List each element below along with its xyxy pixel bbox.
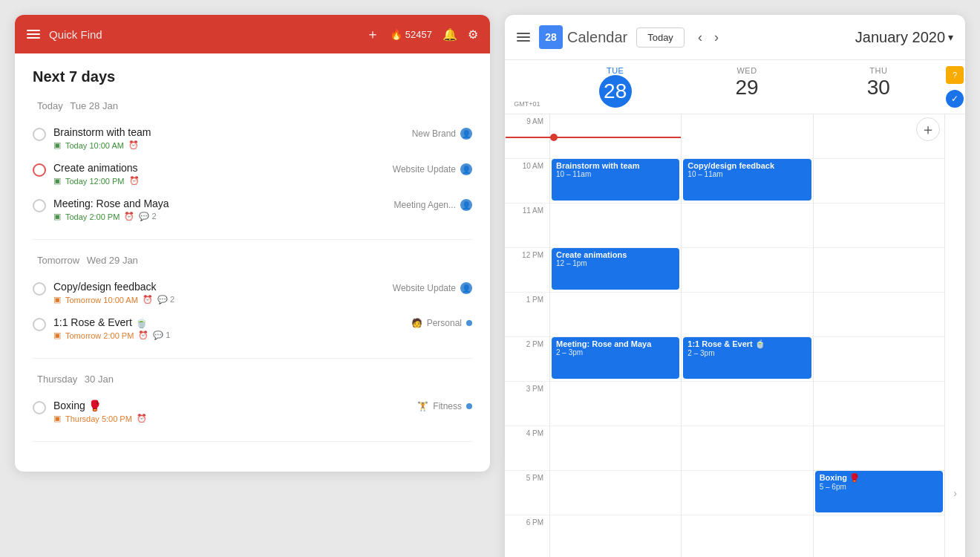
cal-day-thu[interactable]: THU 30 [813,60,944,114]
comments-badge: 💬 2 [139,212,156,221]
task-body: Boxing 🥊 ▣ Thursday 5:00 PM ⏰ [53,400,417,423]
quick-find-label[interactable]: Quick Find [49,28,357,41]
task-right: Meeting Agen... 👤 [394,199,472,211]
personal-emoji: 🧑 [411,318,422,328]
cal-month-title[interactable]: January 2020 [732,29,953,46]
time-3pm: 3 PM [505,382,549,426]
task-body: Brainstorm with team ▣ Today 10:00 AM ⏰ [53,126,412,150]
cal-nav: ‹ › [693,28,723,47]
task-right: 🧑 Personal [411,318,472,328]
avatar: 👤 [460,128,472,140]
hamburger-menu[interactable] [27,30,40,39]
task-checkbox[interactable] [33,318,46,331]
next-nav-button[interactable]: › [710,28,723,47]
cal-icon: ▣ [53,140,61,150]
day-num-30: 30 [867,75,890,100]
task-body: 1:1 Rose & Evert 🍵 ▣ Tomorrow 2:00 PM ⏰ … [53,316,411,340]
tasks-icon[interactable]: ? [946,66,964,84]
expand-icon[interactable]: › [953,487,957,499]
day-col-thu: Boxing 🥊 5 – 6pm [813,114,944,557]
avatar: 👤 [460,282,472,294]
cal-main: GMT+01 TUE 28 WED 29 [505,60,965,557]
time-5pm: 5 PM [505,471,549,515]
cal-side-icons: ? ✓ [944,60,965,114]
reminder-icon: ⏰ [124,212,134,221]
cal-icon: ▣ [53,295,61,304]
task-item[interactable]: Create animations ▣ Today 12:00 PM ⏰ Web… [33,156,472,192]
cal-icon: ▣ [53,212,61,221]
avatar: 👤 [460,199,472,211]
task-meta: ▣ Tomorrow 2:00 PM ⏰ 💬 1 [53,330,411,340]
day-num-28: 28 [599,75,632,108]
prev-nav-button[interactable]: ‹ [693,28,707,47]
task-meta: ▣ Tomorrow 10:00 AM ⏰ 💬 2 [53,295,393,304]
task-right: Website Update 👤 [393,282,472,294]
day-col-tue: Brainstorm with team 10 – 11am Create an… [549,114,681,557]
cal-day-tue[interactable]: TUE 28 [549,60,681,114]
task-right: 🏋 Fitness [417,401,472,411]
comments-badge: 💬 1 [153,330,170,340]
bell-icon[interactable]: 🔔 [442,27,457,42]
task-meta: ▣ Thursday 5:00 PM ⏰ [53,414,417,423]
cal-app-name: Calendar [567,29,627,46]
cal-icon: ▣ [53,176,61,186]
add-icon[interactable]: ＋ [366,25,379,43]
today-task-list: Brainstorm with team ▣ Today 10:00 AM ⏰ … [33,120,472,240]
day-dow-thu: THU [869,66,887,75]
task-meta: ▣ Today 10:00 AM ⏰ [53,140,412,150]
project-dot [466,403,472,409]
cal-body: GMT+01 TUE 28 WED 29 [505,60,965,557]
time-9am: 9 AM [505,114,549,159]
cal-days-header: GMT+01 TUE 28 WED 29 [505,60,965,114]
time-10am: 10 AM [505,159,549,203]
task-right: Website Update 👤 [393,163,472,175]
comments-badge: 💬 2 [157,295,174,304]
task-item[interactable]: 1:1 Rose & Evert 🍵 ▣ Tomorrow 2:00 PM ⏰ … [33,310,472,346]
cal-day-wed[interactable]: WED 29 [681,60,812,114]
time-11am: 11 AM [505,203,549,248]
reminder-icon: ⏰ [143,295,153,304]
karma-icon: 🔥 [390,28,402,40]
task-item[interactable]: Meeting: Rose and Maya ▣ Today 2:00 PM ⏰… [33,192,472,227]
task-item[interactable]: Brainstorm with team ▣ Today 10:00 AM ⏰ … [33,120,472,156]
time-labels-col: 9 AM 10 AM 11 AM 12 PM 1 PM 2 PM 3 PM 4 … [505,114,549,557]
right-spacer: › [944,114,965,557]
task-checkbox[interactable] [33,282,46,296]
task-checkbox[interactable] [33,163,46,177]
event-meeting-rose[interactable]: Meeting: Rose and Maya 2 – 3pm [552,337,679,379]
task-body: Create animations ▣ Today 12:00 PM ⏰ [53,162,393,186]
time-12pm: 12 PM [505,248,549,293]
cal-grid: 9 AM 10 AM 11 AM 12 PM 1 PM 2 PM 3 PM 4 … [505,114,965,557]
task-right: New Brand 👤 [412,128,472,140]
cal-hamburger-menu[interactable] [517,33,530,42]
task-body: Meeting: Rose and Maya ▣ Today 2:00 PM ⏰… [53,198,394,221]
task-body: Copy/design feedback ▣ Tomorrow 10:00 AM… [53,281,393,304]
panel-title: Next 7 days [33,68,472,85]
event-11-rose[interactable]: 1:1 Rose & Evert 🍵 2 – 3pm [683,337,811,379]
done-icon[interactable]: ✓ [946,90,964,108]
gear-icon[interactable]: ⚙ [468,27,478,42]
today-button[interactable]: Today [636,27,685,48]
task-checkbox[interactable] [33,401,46,414]
day-dow-wed: WED [736,66,757,75]
task-meta: ▣ Today 2:00 PM ⏰ 💬 2 [53,212,394,221]
avatar: 👤 [460,163,472,175]
event-boxing[interactable]: Boxing 🥊 5 – 6pm [815,471,943,512]
time-4pm: 4 PM [505,426,549,471]
right-panel: 28 Calendar Today ‹ › January 2020 GMT+0… [505,15,965,557]
cal-icon: ▣ [53,330,61,340]
task-item[interactable]: Copy/design feedback ▣ Tomorrow 10:00 AM… [33,275,472,310]
cal-logo-box: 28 [539,25,563,49]
time-6pm: 6 PM [505,515,549,557]
karma-badge: 🔥 52457 [390,28,432,40]
task-checkbox[interactable] [33,199,46,212]
task-meta: ▣ Today 12:00 PM ⏰ [53,176,393,186]
task-checkbox[interactable] [33,128,46,141]
left-content: Next 7 days Today Tue 28 Jan Brainstorm … [15,53,490,472]
event-copy-design[interactable]: Copy/design feedback 10 – 11am [683,159,811,201]
thursday-task-list: Boxing 🥊 ▣ Thursday 5:00 PM ⏰ 🏋 Fitness [33,394,472,442]
project-dot [466,320,472,326]
event-brainstorm[interactable]: Brainstorm with team 10 – 11am [552,159,679,201]
task-item[interactable]: Boxing 🥊 ▣ Thursday 5:00 PM ⏰ 🏋 Fitness [33,394,472,429]
event-animations[interactable]: Create animations 12 – 1pm [552,248,679,290]
